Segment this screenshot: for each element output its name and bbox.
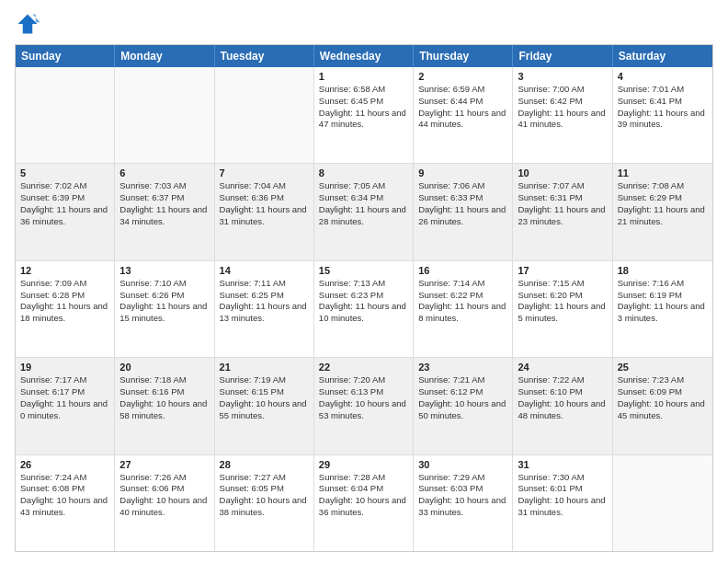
day-number: 5 bbox=[20, 167, 109, 178]
day-cell-21: 21Sunrise: 7:19 AM Sunset: 6:15 PM Dayli… bbox=[215, 358, 314, 454]
day-cell-22: 22Sunrise: 7:20 AM Sunset: 6:13 PM Dayli… bbox=[314, 358, 414, 454]
calendar-week-5: 26Sunrise: 7:24 AM Sunset: 6:08 PM Dayli… bbox=[16, 455, 712, 551]
day-info: Sunrise: 7:15 AM Sunset: 6:20 PM Dayligh… bbox=[518, 278, 607, 325]
day-number: 1 bbox=[319, 71, 408, 82]
day-number: 4 bbox=[618, 71, 708, 82]
day-number: 22 bbox=[319, 362, 408, 373]
day-number: 26 bbox=[20, 459, 109, 470]
page: SundayMondayTuesdayWednesdayThursdayFrid… bbox=[0, 0, 728, 563]
day-cell-5: 5Sunrise: 7:02 AM Sunset: 6:39 PM Daylig… bbox=[16, 164, 115, 259]
header bbox=[15, 11, 713, 37]
day-number: 31 bbox=[518, 459, 607, 470]
header-day-sunday: Sunday bbox=[16, 45, 115, 67]
day-number: 11 bbox=[618, 167, 708, 178]
day-info: Sunrise: 7:29 AM Sunset: 6:03 PM Dayligh… bbox=[418, 472, 507, 519]
day-number: 29 bbox=[319, 459, 408, 470]
day-number: 18 bbox=[618, 265, 708, 276]
day-cell-12: 12Sunrise: 7:09 AM Sunset: 6:28 PM Dayli… bbox=[16, 261, 115, 357]
day-cell-17: 17Sunrise: 7:15 AM Sunset: 6:20 PM Dayli… bbox=[513, 261, 612, 357]
day-info: Sunrise: 7:24 AM Sunset: 6:08 PM Dayligh… bbox=[20, 472, 109, 519]
day-info: Sunrise: 7:22 AM Sunset: 6:10 PM Dayligh… bbox=[518, 374, 607, 421]
empty-cell bbox=[613, 455, 712, 551]
day-info: Sunrise: 7:09 AM Sunset: 6:28 PM Dayligh… bbox=[20, 278, 109, 325]
day-number: 13 bbox=[119, 265, 209, 276]
day-info: Sunrise: 7:06 AM Sunset: 6:33 PM Dayligh… bbox=[418, 180, 507, 227]
day-cell-11: 11Sunrise: 7:08 AM Sunset: 6:29 PM Dayli… bbox=[613, 164, 712, 259]
day-number: 17 bbox=[518, 265, 607, 276]
day-info: Sunrise: 7:11 AM Sunset: 6:25 PM Dayligh… bbox=[220, 278, 309, 325]
day-info: Sunrise: 7:08 AM Sunset: 6:29 PM Dayligh… bbox=[618, 180, 708, 227]
day-number: 30 bbox=[418, 459, 507, 470]
day-cell-28: 28Sunrise: 7:27 AM Sunset: 6:05 PM Dayli… bbox=[215, 455, 314, 551]
day-number: 6 bbox=[119, 167, 209, 178]
day-cell-2: 2Sunrise: 6:59 AM Sunset: 6:44 PM Daylig… bbox=[414, 67, 513, 163]
day-cell-14: 14Sunrise: 7:11 AM Sunset: 6:25 PM Dayli… bbox=[215, 261, 314, 357]
day-number: 24 bbox=[518, 362, 607, 373]
day-cell-15: 15Sunrise: 7:13 AM Sunset: 6:23 PM Dayli… bbox=[314, 261, 414, 357]
day-cell-6: 6Sunrise: 7:03 AM Sunset: 6:37 PM Daylig… bbox=[115, 164, 214, 259]
day-info: Sunrise: 6:59 AM Sunset: 6:44 PM Dayligh… bbox=[418, 84, 507, 131]
day-cell-18: 18Sunrise: 7:16 AM Sunset: 6:19 PM Dayli… bbox=[613, 261, 712, 357]
day-info: Sunrise: 7:10 AM Sunset: 6:26 PM Dayligh… bbox=[119, 278, 209, 325]
empty-cell bbox=[16, 67, 115, 163]
calendar: SundayMondayTuesdayWednesdayThursdayFrid… bbox=[15, 44, 713, 552]
day-info: Sunrise: 7:30 AM Sunset: 6:01 PM Dayligh… bbox=[518, 472, 607, 519]
day-cell-4: 4Sunrise: 7:01 AM Sunset: 6:41 PM Daylig… bbox=[613, 67, 712, 163]
day-cell-19: 19Sunrise: 7:17 AM Sunset: 6:17 PM Dayli… bbox=[16, 358, 115, 454]
day-info: Sunrise: 7:03 AM Sunset: 6:37 PM Dayligh… bbox=[119, 180, 209, 227]
day-info: Sunrise: 7:28 AM Sunset: 6:04 PM Dayligh… bbox=[319, 472, 408, 519]
day-info: Sunrise: 7:07 AM Sunset: 6:31 PM Dayligh… bbox=[518, 180, 607, 227]
day-info: Sunrise: 7:26 AM Sunset: 6:06 PM Dayligh… bbox=[119, 472, 209, 519]
day-cell-29: 29Sunrise: 7:28 AM Sunset: 6:04 PM Dayli… bbox=[314, 455, 414, 551]
header-day-monday: Monday bbox=[115, 45, 214, 67]
logo bbox=[15, 11, 44, 37]
day-cell-16: 16Sunrise: 7:14 AM Sunset: 6:22 PM Dayli… bbox=[414, 261, 513, 357]
day-cell-23: 23Sunrise: 7:21 AM Sunset: 6:12 PM Dayli… bbox=[414, 358, 513, 454]
day-cell-1: 1Sunrise: 6:58 AM Sunset: 6:45 PM Daylig… bbox=[314, 67, 414, 163]
day-cell-27: 27Sunrise: 7:26 AM Sunset: 6:06 PM Dayli… bbox=[115, 455, 214, 551]
day-number: 12 bbox=[20, 265, 109, 276]
calendar-body: 1Sunrise: 6:58 AM Sunset: 6:45 PM Daylig… bbox=[16, 67, 712, 551]
calendar-week-3: 12Sunrise: 7:09 AM Sunset: 6:28 PM Dayli… bbox=[16, 261, 712, 358]
day-number: 10 bbox=[518, 167, 607, 178]
day-number: 27 bbox=[119, 459, 209, 470]
header-day-wednesday: Wednesday bbox=[314, 45, 414, 67]
day-cell-8: 8Sunrise: 7:05 AM Sunset: 6:34 PM Daylig… bbox=[314, 164, 414, 259]
day-info: Sunrise: 7:27 AM Sunset: 6:05 PM Dayligh… bbox=[220, 472, 309, 519]
day-number: 8 bbox=[319, 167, 408, 178]
day-cell-13: 13Sunrise: 7:10 AM Sunset: 6:26 PM Dayli… bbox=[115, 261, 214, 357]
day-cell-9: 9Sunrise: 7:06 AM Sunset: 6:33 PM Daylig… bbox=[414, 164, 513, 259]
svg-marker-0 bbox=[18, 15, 38, 34]
day-info: Sunrise: 7:20 AM Sunset: 6:13 PM Dayligh… bbox=[319, 374, 408, 421]
day-number: 9 bbox=[418, 167, 507, 178]
day-info: Sunrise: 7:21 AM Sunset: 6:12 PM Dayligh… bbox=[418, 374, 507, 421]
day-info: Sunrise: 7:23 AM Sunset: 6:09 PM Dayligh… bbox=[618, 374, 708, 421]
header-day-tuesday: Tuesday bbox=[215, 45, 314, 67]
day-cell-20: 20Sunrise: 7:18 AM Sunset: 6:16 PM Dayli… bbox=[115, 358, 214, 454]
calendar-week-4: 19Sunrise: 7:17 AM Sunset: 6:17 PM Dayli… bbox=[16, 358, 712, 454]
day-info: Sunrise: 7:05 AM Sunset: 6:34 PM Dayligh… bbox=[319, 180, 408, 227]
day-number: 25 bbox=[618, 362, 708, 373]
day-cell-31: 31Sunrise: 7:30 AM Sunset: 6:01 PM Dayli… bbox=[513, 455, 612, 551]
day-cell-7: 7Sunrise: 7:04 AM Sunset: 6:36 PM Daylig… bbox=[215, 164, 314, 259]
day-number: 20 bbox=[119, 362, 209, 373]
day-cell-30: 30Sunrise: 7:29 AM Sunset: 6:03 PM Dayli… bbox=[414, 455, 513, 551]
day-number: 19 bbox=[20, 362, 109, 373]
day-info: Sunrise: 7:17 AM Sunset: 6:17 PM Dayligh… bbox=[20, 374, 109, 421]
empty-cell bbox=[215, 67, 314, 163]
day-info: Sunrise: 7:18 AM Sunset: 6:16 PM Dayligh… bbox=[119, 374, 209, 421]
header-day-friday: Friday bbox=[513, 45, 612, 67]
day-info: Sunrise: 7:00 AM Sunset: 6:42 PM Dayligh… bbox=[518, 84, 607, 131]
logo-icon bbox=[15, 11, 40, 37]
empty-cell bbox=[115, 67, 214, 163]
day-info: Sunrise: 7:14 AM Sunset: 6:22 PM Dayligh… bbox=[418, 278, 507, 325]
day-number: 28 bbox=[220, 459, 309, 470]
day-info: Sunrise: 7:01 AM Sunset: 6:41 PM Dayligh… bbox=[618, 84, 708, 131]
day-info: Sunrise: 7:02 AM Sunset: 6:39 PM Dayligh… bbox=[20, 180, 109, 227]
day-number: 23 bbox=[418, 362, 507, 373]
day-info: Sunrise: 6:58 AM Sunset: 6:45 PM Dayligh… bbox=[319, 84, 408, 131]
calendar-week-1: 1Sunrise: 6:58 AM Sunset: 6:45 PM Daylig… bbox=[16, 67, 712, 164]
calendar-header-row: SundayMondayTuesdayWednesdayThursdayFrid… bbox=[16, 45, 712, 67]
day-cell-24: 24Sunrise: 7:22 AM Sunset: 6:10 PM Dayli… bbox=[513, 358, 612, 454]
day-number: 7 bbox=[220, 167, 309, 178]
